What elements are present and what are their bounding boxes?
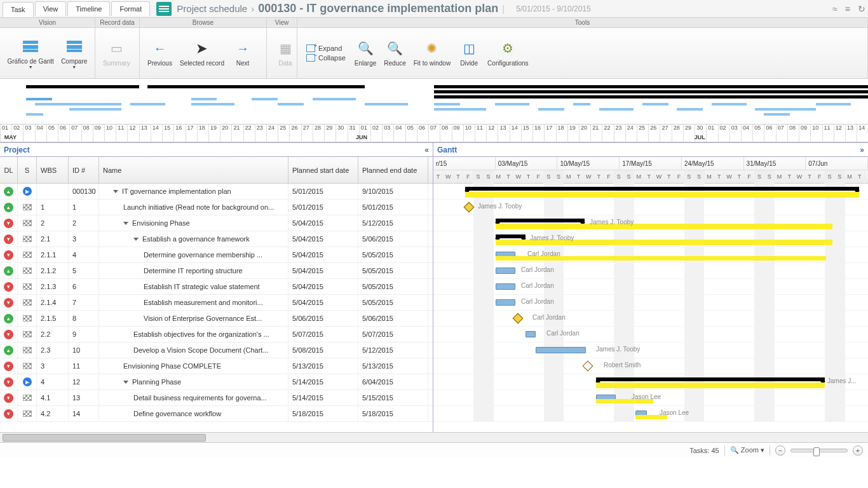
collapse-button[interactable]: Collapse	[306, 54, 346, 62]
list-icon[interactable]: ≡	[845, 4, 850, 14]
ribbon-group-labels: Vision Record data Browse View Tools	[0, 18, 868, 28]
gantt-row[interactable]: Carl Jordan	[433, 247, 868, 263]
gantt-row[interactable]	[433, 184, 868, 200]
overview-timeline[interactable]: 0102030405060708091011121314151617181920…	[0, 79, 868, 142]
collapse-right-icon[interactable]: »	[860, 146, 864, 154]
reduce-button[interactable]: 🔍 Reduce	[380, 37, 409, 69]
status-green-icon: ▴	[4, 346, 13, 355]
gantt-row[interactable]: Jason Lee	[433, 390, 868, 406]
table-row[interactable]: ▾▶412Planning Phase5/14/20156/04/2015	[0, 374, 433, 390]
gantt-row[interactable]: Carl Jordan	[433, 279, 868, 295]
table-row[interactable]: ▾22Envisioning Phase5/04/20155/12/2015	[0, 215, 433, 231]
summary-bar[interactable]	[496, 219, 585, 222]
gantt-row[interactable]: Carl Jordan	[433, 327, 868, 342]
task-name: Determine governance membership ...	[144, 251, 262, 259]
table-row[interactable]: ▾4.214Define governance workflow5/18/201…	[0, 406, 433, 422]
gantt-chart-button[interactable]: Gráfico de Gantt▼	[4, 35, 57, 72]
gantt-row[interactable]: Robert Smith	[433, 358, 868, 374]
table-row[interactable]: ▴▶000130IT governance implementation pla…	[0, 184, 433, 200]
gantt-row[interactable]: Carl Jordan	[433, 295, 868, 311]
selected-record-button[interactable]: ➤ Selected record	[176, 37, 228, 69]
tree-toggle-icon[interactable]	[113, 190, 118, 193]
table-row[interactable]: ▾2.13Establish a governance framework5/0…	[0, 231, 433, 247]
gantt-row[interactable]: James J. Tooby	[433, 342, 868, 358]
task-bar[interactable]	[536, 347, 586, 353]
assignee-label: James J...	[827, 377, 857, 384]
zoom-out-button[interactable]: −	[775, 445, 785, 456]
status-red-icon: ▾	[4, 393, 13, 403]
previous-button[interactable]: ← Previous	[144, 37, 176, 69]
project-table-header: DL S WBS ID # Name Planned start date Pl…	[0, 157, 433, 184]
table-icon: ▦	[276, 39, 294, 57]
divide-button[interactable]: ◫ Divide	[454, 37, 484, 69]
compare-button[interactable]: Compare▼	[57, 35, 91, 72]
tree-toggle-icon[interactable]	[123, 222, 128, 225]
task-name: Envisioning Phase	[132, 219, 190, 227]
app-icon[interactable]	[156, 2, 172, 16]
task-bar[interactable]	[496, 283, 515, 290]
next-button[interactable]: → Next	[228, 37, 257, 69]
table-row[interactable]: ▴2.1.58Vision of Enterprise Governance E…	[0, 311, 433, 327]
assignee-label: Carl Jordan	[546, 330, 580, 337]
configurations-button[interactable]: ⚙ Configurations	[484, 37, 532, 69]
zoom-in-button[interactable]: +	[853, 445, 863, 456]
tab-task[interactable]: Task	[3, 2, 34, 17]
milestone-icon[interactable]	[464, 202, 475, 213]
table-row[interactable]: ▾2.29Establish objectives for the organi…	[0, 327, 433, 342]
gantt-row[interactable]: Carl Jordan	[433, 311, 868, 327]
collapse-ribbon-icon[interactable]: ≈	[832, 4, 837, 14]
breadcrumb-root[interactable]: Project schedule	[177, 3, 247, 14]
tab-view[interactable]: View	[35, 1, 67, 16]
table-row[interactable]: ▾2.1.36Establish IT strategic value stat…	[0, 279, 433, 295]
tree-toggle-icon[interactable]	[133, 238, 139, 241]
page-title: 000130 - IT governance implementation pl…	[258, 2, 498, 15]
table-row[interactable]: ▾4.113Detail business requirements for g…	[0, 390, 433, 406]
zoom-slider[interactable]	[790, 449, 848, 452]
status-green-icon: ▴	[4, 203, 13, 212]
refresh-icon[interactable]: ↻	[858, 4, 865, 14]
gantt-panel-title: Gantt	[437, 146, 457, 154]
top-tab-bar: Task View Timeline Format Project schedu…	[0, 0, 868, 18]
gantt-row[interactable]: Jason Lee	[433, 406, 868, 422]
tab-format[interactable]: Format	[111, 1, 150, 16]
task-bar[interactable]	[496, 299, 515, 306]
horizontal-scrollbar[interactable]	[0, 432, 868, 442]
task-name: Planning Phase	[132, 378, 181, 386]
gantt-row[interactable]: James J...	[433, 374, 868, 390]
assignee-label: Robert Smith	[604, 362, 641, 369]
checkered-flag-icon	[23, 315, 32, 322]
tab-timeline[interactable]: Timeline	[67, 1, 110, 16]
zoom-out-icon: 🔍	[386, 39, 404, 57]
task-name: Launch initiative (Read note for backgro…	[123, 203, 274, 211]
table-row[interactable]: ▴11Launch initiative (Read note for back…	[0, 200, 433, 215]
fit-icon: ✺	[423, 39, 441, 57]
table-row[interactable]: ▾311Envisioning Phase COMPLETE5/13/20155…	[0, 358, 433, 374]
zoom-label[interactable]: 🔍 Zoom ▾	[730, 446, 764, 454]
fit-to-window-button[interactable]: ✺ Fit to window	[410, 37, 454, 69]
checkered-flag-icon	[23, 299, 32, 306]
task-bar[interactable]	[496, 268, 515, 274]
milestone-icon[interactable]	[513, 313, 524, 324]
gantt-row[interactable]: Carl Jordan	[433, 263, 868, 279]
summary-bar[interactable]	[496, 234, 526, 238]
gantt-row[interactable]: James J. Tooby	[433, 215, 868, 231]
gantt-row[interactable]: James J. Tooby	[433, 231, 868, 247]
table-row[interactable]: ▴2.1.25Determine IT reporting structure5…	[0, 263, 433, 279]
milestone-icon[interactable]	[583, 361, 593, 372]
enlarge-button[interactable]: 🔍 Enlarge	[351, 37, 380, 69]
table-row[interactable]: ▴2.310Develop a Vision Scope Document (C…	[0, 342, 433, 358]
table-row[interactable]: ▾2.1.14Determine governance membership .…	[0, 247, 433, 263]
gantt-row[interactable]: James J. Tooby	[433, 200, 868, 215]
table-row[interactable]: ▾2.1.47Establish measurement and monitor…	[0, 295, 433, 311]
summary-bar[interactable]	[596, 377, 825, 381]
document-icon: ▭	[107, 39, 125, 57]
tree-toggle-icon[interactable]	[123, 381, 128, 384]
task-bar[interactable]	[526, 331, 536, 337]
summary-button: ▭ Summary	[99, 37, 134, 69]
task-name: Vision of Enterprise Governance Est...	[144, 315, 262, 322]
compare-icon	[67, 41, 82, 52]
collapse-left-icon[interactable]: «	[424, 146, 429, 154]
summary-bar[interactable]	[465, 187, 859, 191]
expand-button[interactable]: Expand	[306, 44, 346, 52]
gantt-panel: Gantt » r/1503/May/1510/May/1517/May/152…	[433, 143, 868, 432]
